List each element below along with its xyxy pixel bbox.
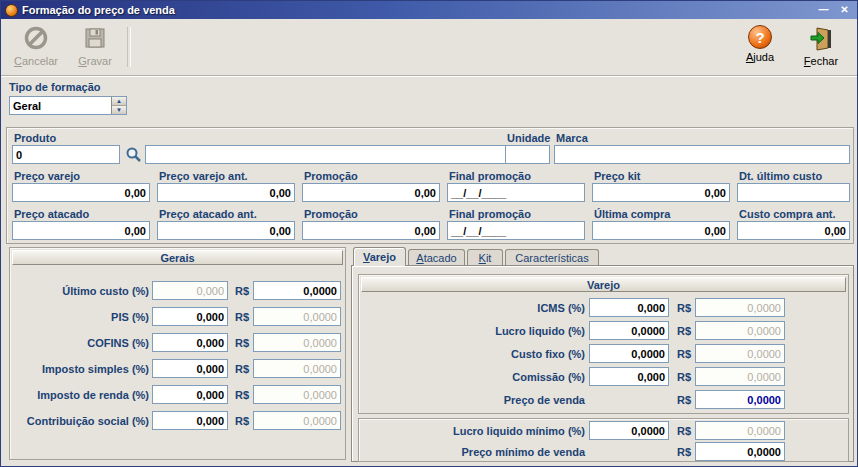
imposto-renda-label: Imposto de renda (%) xyxy=(12,385,149,404)
help-icon-glyph: ? xyxy=(755,29,764,46)
currency-label: R$ xyxy=(677,390,691,409)
comissao-pct-input[interactable]: 0,000 xyxy=(589,367,669,386)
exit-door-icon xyxy=(808,25,834,53)
close-button[interactable]: Fechar xyxy=(795,23,847,71)
unit-input[interactable] xyxy=(505,145,550,164)
lucro-liquido-label: Lucro liquido (%) xyxy=(363,321,585,340)
currency-label: R$ xyxy=(235,411,249,430)
preco-venda-input[interactable]: 0,0000 xyxy=(695,390,785,409)
lucro-liquido-minimo-pct-input[interactable]: 0,0000 xyxy=(589,421,669,440)
help-button-label: Ajuda xyxy=(746,51,774,63)
final-promocao-varejo-input[interactable]: __/__/____ xyxy=(447,183,585,202)
tab-atacado[interactable]: Atacado xyxy=(408,249,465,265)
pis-label: PIS (%) xyxy=(12,307,149,326)
window: Formação do preço de venda — ✕ Cancelar … xyxy=(0,0,858,467)
promocao-varejo-input[interactable]: 0,00 xyxy=(302,183,440,202)
currency-label: R$ xyxy=(677,367,691,386)
final-promocao-atacado-label: Final promoção xyxy=(449,208,531,220)
contribuicao-social-label: Contribuição social (%) xyxy=(12,411,149,430)
spin-up-icon[interactable]: ▲ xyxy=(112,97,126,106)
custo-fixo-pct-input[interactable]: 0,0000 xyxy=(589,344,669,363)
preco-atacado-ant-label: Preço atacado ant. xyxy=(159,208,257,220)
icms-rs-input: 0,0000 xyxy=(695,298,785,317)
icms-pct-input[interactable]: 0,000 xyxy=(589,298,669,317)
title-bar: Formação do preço de venda — ✕ xyxy=(1,1,857,19)
preco-kit-input[interactable]: 0,00 xyxy=(592,183,730,202)
preco-venda-label: Preço de venda xyxy=(363,390,585,409)
dt-ultimo-custo-input[interactable] xyxy=(737,183,850,202)
cancel-button-label: Cancelar xyxy=(14,55,58,67)
currency-label: R$ xyxy=(677,442,691,461)
ultimo-custo-rs-input[interactable]: 0,0000 xyxy=(253,281,341,300)
preco-atacado-input[interactable]: 0,00 xyxy=(12,221,150,240)
preco-kit-label: Preço kit xyxy=(594,170,640,182)
window-title: Formação do preço de venda xyxy=(22,4,811,16)
help-icon: ? xyxy=(748,25,772,49)
cofins-pct-input[interactable]: 0,000 xyxy=(152,333,228,352)
product-name-input[interactable] xyxy=(145,145,507,164)
lucro-liquido-minimo-label: Lucro liquido mínimo (%) xyxy=(363,421,585,440)
tab-atacado-label: Atacado xyxy=(416,252,456,264)
preco-atacado-ant-input[interactable]: 0,00 xyxy=(157,221,295,240)
final-promocao-atacado-input[interactable]: __/__/____ xyxy=(447,221,585,240)
close-window-button[interactable]: ✕ xyxy=(836,3,853,17)
imposto-simples-pct-input[interactable]: 0,000 xyxy=(152,359,228,378)
preco-varejo-label: Preço varejo xyxy=(14,170,80,182)
app-icon xyxy=(5,4,18,17)
tab-caracteristicas[interactable]: Características xyxy=(505,249,599,265)
icms-label: ICMS (%) xyxy=(363,298,585,317)
preco-varejo-ant-input[interactable]: 0,00 xyxy=(157,183,295,202)
close-button-label: Fechar xyxy=(804,55,838,67)
preco-minimo-groupbox: Lucro liquido mínimo (%) 0,0000 R$ 0,000… xyxy=(358,418,849,462)
formation-type-value: Geral xyxy=(10,97,111,114)
tab-kit-label: Kit xyxy=(479,252,492,264)
ultima-compra-label: Última compra xyxy=(594,208,670,220)
ultimo-custo-label: Último custo (%) xyxy=(12,281,149,300)
tab-kit[interactable]: Kit xyxy=(467,249,503,265)
preco-varejo-input[interactable]: 0,00 xyxy=(12,183,150,202)
comissao-label: Comissão (%) xyxy=(363,367,585,386)
toolbar: Cancelar Gravar ? Ajuda Fechar xyxy=(1,19,857,76)
unit-label: Unidade xyxy=(507,132,550,144)
toolbar-separator xyxy=(127,27,131,67)
custo-fixo-label: Custo fixo (%) xyxy=(363,344,585,363)
brand-input[interactable] xyxy=(554,145,850,164)
search-icon[interactable] xyxy=(125,146,142,165)
help-button[interactable]: ? Ajuda xyxy=(737,23,783,71)
currency-label: R$ xyxy=(235,359,249,378)
custo-compra-ant-input[interactable]: 0,00 xyxy=(737,221,850,240)
formation-type-combo[interactable]: Geral ▲ ▼ xyxy=(9,96,127,115)
imposto-renda-pct-input[interactable]: 0,000 xyxy=(152,385,228,404)
currency-label: R$ xyxy=(677,344,691,363)
final-promocao-varejo-label: Final promoção xyxy=(449,170,531,182)
currency-label: R$ xyxy=(235,385,249,404)
promocao-atacado-label: Promoção xyxy=(304,208,358,220)
save-icon xyxy=(82,25,108,53)
lucro-liquido-pct-input[interactable]: 0,0000 xyxy=(589,321,669,340)
preco-minimo-venda-input[interactable]: 0,0000 xyxy=(695,442,785,461)
cancel-button[interactable]: Cancelar xyxy=(7,23,65,71)
spin-down-icon[interactable]: ▼ xyxy=(112,106,126,114)
ultimo-custo-pct-input: 0,000 xyxy=(152,281,228,300)
tab-varejo[interactable]: Varejo xyxy=(353,247,406,266)
lucro-liquido-rs-input: 0,0000 xyxy=(695,321,785,340)
currency-label: R$ xyxy=(677,298,691,317)
promocao-atacado-input[interactable]: 0,00 xyxy=(302,221,440,240)
contribuicao-social-rs-input: 0,0000 xyxy=(253,411,341,430)
gerais-panel: Gerais Último custo (%) 0,000 R$ 0,0000 … xyxy=(9,247,346,460)
save-button[interactable]: Gravar xyxy=(69,23,121,71)
product-code-input[interactable]: 0 xyxy=(12,145,120,164)
ultima-compra-input[interactable]: 0,00 xyxy=(592,221,730,240)
product-prices-groupbox: Produto Unidade Marca 0 Preço varejo Pre… xyxy=(6,127,854,244)
contribuicao-social-pct-input[interactable]: 0,000 xyxy=(152,411,228,430)
cofins-label: COFINS (%) xyxy=(12,333,149,352)
comissao-rs-input: 0,0000 xyxy=(695,367,785,386)
custo-fixo-rs-input: 0,0000 xyxy=(695,344,785,363)
pis-pct-input[interactable]: 0,000 xyxy=(152,307,228,326)
lucro-liquido-minimo-rs-input: 0,0000 xyxy=(695,421,785,440)
minimize-button[interactable]: — xyxy=(815,3,832,17)
dt-ultimo-custo-label: Dt. último custo xyxy=(739,170,822,182)
currency-label: R$ xyxy=(235,333,249,352)
cancel-icon xyxy=(23,25,49,53)
imposto-simples-rs-input: 0,0000 xyxy=(253,359,341,378)
